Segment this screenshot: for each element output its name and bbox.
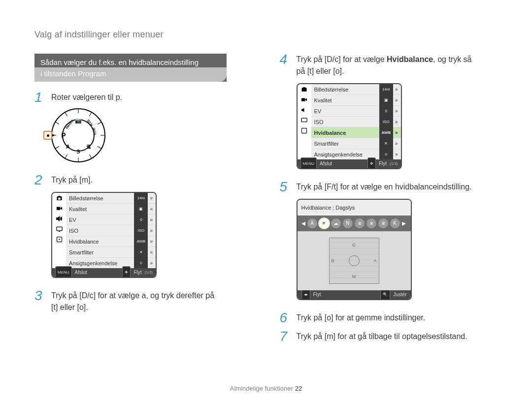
menu-row-label: Hvidbalance [69, 236, 99, 247]
footer-page: (1/3) [145, 267, 153, 278]
footer-page: (1/3) [390, 158, 398, 169]
wb-option: A [307, 218, 317, 228]
step-number: 7 [280, 331, 292, 342]
left-column: Sådan vælger du f.eks. en hvidbalanceind… [34, 54, 253, 342]
footer-action-exit: Afslut [320, 158, 332, 169]
video-tab-icon [52, 203, 66, 214]
step-text: Tryk på [D/c] for at vælge Hvidbalance, … [297, 54, 498, 169]
subtitle-line-2: i tilstanden Program [34, 67, 227, 82]
display-tab-icon [52, 224, 66, 234]
wb-axis-b: B [332, 255, 334, 267]
menu-row-label: EV [69, 214, 76, 226]
wb-axis-a: A [373, 255, 376, 267]
white-balance-panel: Hvidbalance : Dagslys ◂ A☀☁N※※※K▸ G M B [297, 199, 412, 300]
dial-pointer [43, 131, 52, 140]
menu-row-label: EV [314, 105, 322, 117]
camera-menu-highlighted: Billedstørrelse14m»Kvalitet▣»EV0»ISOISO»… [297, 83, 402, 169]
settings-tab-icon [298, 125, 311, 136]
step-text: Tryk på [F/t] for at vælge en hvidbalanc… [297, 181, 498, 300]
svg-rect-5 [302, 128, 307, 133]
wb-options-strip: ◂ A☀☁N※※※K▸ [298, 216, 411, 231]
svg-rect-0 [56, 227, 62, 231]
wb-left-arrow-icon: ◂ [301, 217, 305, 229]
svg-rect-4 [301, 118, 307, 122]
menu-row-label: Smartfilter [314, 138, 339, 150]
step-text: Tryk på [D/c] for at vælge a, og tryk de… [51, 290, 253, 313]
page-footer: Almindelige funktioner22 [0, 385, 532, 392]
nav-button-icon: ✥ [367, 157, 376, 169]
wb-option: ※ [366, 218, 376, 228]
step-number: 2 [34, 174, 46, 186]
step-number: 6 [280, 312, 292, 324]
wb-option: K [390, 218, 400, 228]
camera-tab-icon [298, 84, 311, 94]
wb-option: N [343, 218, 353, 228]
wb-option: ☁ [331, 218, 341, 228]
wb-option: ☀ [319, 218, 329, 228]
menu-button-icon: MENU [300, 157, 317, 169]
footer-action-move: Flyt [133, 267, 141, 278]
menu-row-label: Kvalitet [314, 94, 332, 106]
camera-tab-icon [52, 193, 66, 203]
dial-label-s: S [76, 146, 80, 157]
wb-option: ※ [355, 218, 365, 228]
menu-row-label: ISO [69, 225, 78, 237]
step-number: 5 [280, 181, 292, 193]
svg-point-3 [59, 239, 60, 240]
wb-right-arrow-icon: ▸ [402, 217, 406, 229]
svg-rect-1 [58, 231, 60, 232]
wb-footer-move: Flyt [313, 289, 321, 300]
dial-label-a: A [66, 141, 70, 153]
menu-row-label: Billedstørrelse [69, 192, 103, 204]
wb-axis-m: M [352, 271, 356, 282]
step-number: 1 [34, 92, 46, 103]
step-number: 3 [34, 290, 46, 302]
video-tab-icon [298, 94, 311, 105]
camera-menu: Billedstørrelse14m»Kvalitet▣»EV0»ISOISO»… [51, 192, 157, 278]
menu-row-label: Billedstørrelse [314, 84, 349, 95]
step-text: Tryk på [o] for at gemme indstillinger. [297, 312, 498, 324]
nav-button-icon: ✥ [122, 266, 131, 278]
display-tab-icon [298, 115, 311, 125]
dial-label-m: M [83, 144, 95, 149]
sound-tab-icon [52, 214, 66, 224]
menu-items-b: Billedstørrelse14m»Kvalitet▣»EV0»ISOISO»… [311, 84, 401, 159]
step-number: 4 [280, 54, 292, 65]
step-text: Tryk på [m] for at gå tilbage til optage… [297, 331, 498, 342]
menu-items: Billedstørrelse14m»Kvalitet▣»EV0»ISOISO»… [66, 193, 156, 268]
step-text: Tryk på [m]. B [51, 174, 253, 278]
subtitle-line-1: Sådan vælger du f.eks. en hvidbalanceind… [34, 56, 227, 67]
dial-label-p: P [61, 129, 66, 141]
wb-footer-adjust: Justér [393, 289, 406, 300]
menu-button-icon: MENU [55, 266, 72, 278]
page-section-title: Valg af indstillinger eller menuer [34, 30, 498, 40]
menu-row-label: Hvidbalance [314, 127, 346, 139]
wb-axis-g: G [352, 239, 356, 251]
footer-action-move: Flyt [379, 158, 387, 169]
wb-adjust-grid: G M B A [329, 238, 379, 284]
right-column: 4 Tryk på [D/c] for at vælge Hvidbalance… [280, 54, 498, 342]
footer-action-exit: Afslut [75, 267, 87, 278]
wb-preview: G M B A [298, 231, 411, 290]
menu-row-label: Kvalitet [69, 203, 87, 215]
instruction-subtitle: Sådan vælger du f.eks. en hvidbalanceind… [34, 54, 227, 82]
mode-dial: 📷 SCN DUAL SMART P A S M [51, 108, 105, 162]
settings-tab-icon [52, 234, 66, 245]
step-text: Roter vælgeren til p. [51, 92, 253, 162]
menu-row-label: Smartfilter [69, 247, 94, 258]
sound-tab-icon [298, 105, 311, 115]
menu-row-label: ISO [314, 116, 324, 128]
wb-header: Hvidbalance : Dagslys [298, 200, 411, 216]
wb-option: ※ [378, 218, 388, 228]
